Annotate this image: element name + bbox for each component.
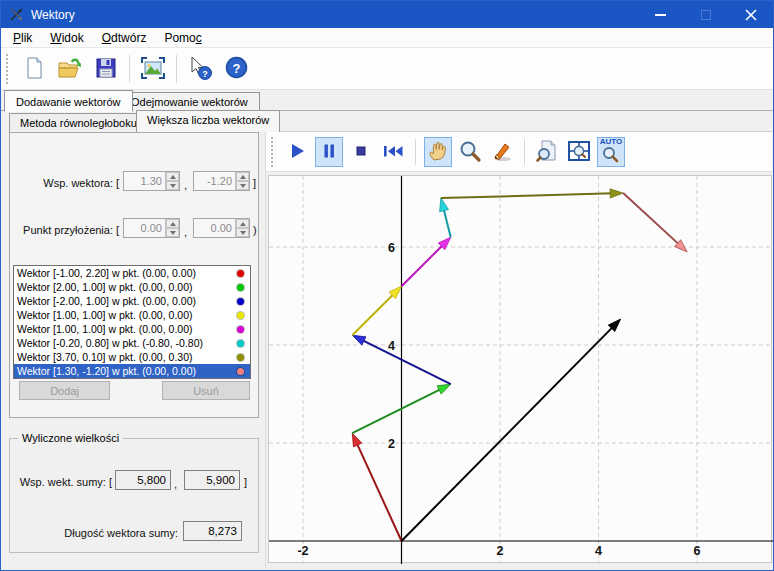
play-button[interactable]: [283, 137, 311, 167]
help-button[interactable]: ?: [220, 53, 252, 85]
chart-toolbar-grip[interactable]: [271, 137, 275, 167]
pencil-icon: [490, 139, 514, 165]
vector-y-stepper[interactable]: -1.20: [193, 171, 250, 191]
svg-text:4: 4: [388, 339, 395, 353]
vector-list-item[interactable]: Wektor [1.00, 1.00] w pkt. (0.00, 0.00): [14, 322, 250, 336]
vector-color-dot: [237, 326, 244, 333]
save-file-button[interactable]: [90, 53, 122, 85]
vector-list-item-label: Wektor [2.00, 1.00] w pkt. (0.00, 0.00): [17, 281, 192, 293]
svg-text:6: 6: [388, 241, 395, 255]
svg-text:4: 4: [595, 544, 602, 558]
zoom-button[interactable]: [456, 137, 484, 167]
draw-button[interactable]: [488, 137, 516, 167]
add-vector-button[interactable]: Dodaj: [19, 381, 110, 400]
zoom-grid-button[interactable]: [565, 137, 593, 167]
point-y-value: 0.00: [194, 219, 235, 237]
toolbar-grip[interactable]: [6, 54, 10, 84]
vector-list-item[interactable]: Wektor [-0.20, 0.80] w pkt. (-0.80, -0.8…: [14, 336, 250, 350]
chart-toolbar: AUTO: [266, 131, 772, 172]
vector-y-up-button[interactable]: [236, 172, 249, 181]
magnifier-icon: [458, 139, 482, 165]
coords-comma: ,: [184, 179, 187, 191]
point-y-up-button[interactable]: [236, 219, 249, 228]
point-y-down-button[interactable]: [236, 228, 249, 237]
menu-item-pomoc[interactable]: Pomoc: [155, 29, 210, 47]
pause-button[interactable]: [315, 137, 343, 167]
zoom-page-button[interactable]: [533, 137, 561, 167]
vector-list-item[interactable]: Wektor [-2.00, 1.00] w pkt. (0.00, 0.00): [14, 294, 250, 308]
main-tab-strip: Dodawanie wektorów Odejmowanie wektorów: [1, 90, 773, 111]
svg-text:?: ?: [232, 61, 240, 76]
export-image-button[interactable]: [137, 53, 169, 85]
stop-icon: [350, 140, 372, 164]
close-button[interactable]: [728, 1, 773, 28]
vector-list-item[interactable]: Wektor [1.00, 1.00] w pkt. (0.00, 0.00): [14, 308, 250, 322]
vector-list-item-label: Wektor [1.00, 1.00] w pkt. (0.00, 0.00): [17, 323, 192, 335]
plot-canvas[interactable]: -2246246: [268, 175, 772, 563]
close-icon: [745, 9, 757, 21]
sum-length-label: Długość wektora sumy:: [10, 527, 178, 539]
maximize-button[interactable]: [683, 1, 728, 28]
minimize-button[interactable]: [638, 1, 683, 28]
remove-vector-button[interactable]: Usuń: [162, 381, 250, 400]
menu-item-odtworz[interactable]: Odtwórz: [93, 29, 156, 47]
open-folder-icon: [57, 56, 83, 82]
vector-input-panel: Wsp. wektora: [ 1.30 , -1.20 ] Punkt prz…: [9, 132, 259, 418]
grid-magnifier-icon: [566, 139, 592, 165]
vector-x-down-button[interactable]: [166, 181, 179, 190]
vector-color-dot: [237, 270, 244, 277]
open-file-button[interactable]: [54, 53, 86, 85]
vector-list-item[interactable]: Wektor [-1.00, 2.20] w pkt. (0.00, 0.00): [14, 266, 250, 280]
tab-dodawanie-wektorow[interactable]: Dodawanie wektorów: [4, 90, 133, 112]
pause-icon: [318, 140, 340, 164]
tab-wieksza-liczba-wektorow[interactable]: Większa liczba wektorów: [136, 110, 280, 132]
point-open-bracket: [: [116, 224, 119, 236]
coords-close-bracket: ]: [253, 177, 256, 189]
pan-button[interactable]: [424, 137, 452, 167]
point-close-bracket: ): [253, 224, 257, 236]
vector-y-down-button[interactable]: [236, 181, 249, 190]
auto-magnifier-icon: [601, 146, 621, 165]
point-x-stepper[interactable]: 0.00: [123, 218, 180, 238]
chart-toolbar-separator: [524, 139, 525, 165]
zoom-auto-button[interactable]: AUTO: [597, 137, 625, 167]
minimize-icon: [655, 14, 666, 16]
app-icon: [9, 7, 25, 23]
vector-color-dot: [237, 368, 244, 375]
title-bar: Wektory: [1, 1, 773, 28]
vector-list-item[interactable]: Wektor [1.30, -1.20] w pkt. (0.00, 0.00): [14, 364, 250, 378]
point-y-stepper[interactable]: 0.00: [193, 218, 250, 238]
new-file-button[interactable]: [18, 53, 50, 85]
app-window: Wektory Plik Widok Odtwórz Pomoc ?? Doda…: [0, 0, 774, 571]
auto-zoom-label: AUTO: [600, 138, 623, 146]
vector-list-item[interactable]: Wektor [3.70, 0.10] w pkt. (0.00, 0.30): [14, 350, 250, 364]
vector-x-up-button[interactable]: [166, 172, 179, 181]
rewind-button[interactable]: [379, 137, 407, 167]
rewind-icon: [380, 140, 406, 164]
menu-item-widok[interactable]: Widok: [41, 29, 92, 47]
sum-x-field: 5,800: [115, 470, 171, 490]
toolbar-separator: [129, 55, 130, 83]
tab-metoda-rownolegloboku[interactable]: Metoda równoległoboku: [9, 113, 148, 132]
context-help-button[interactable]: ?: [184, 53, 216, 85]
vector-list[interactable]: Wektor [-1.00, 2.20] w pkt. (0.00, 0.00)…: [13, 265, 251, 379]
vector-list-item-label: Wektor [-2.00, 1.00] w pkt. (0.00, 0.00): [17, 295, 196, 307]
help-cursor-icon: ?: [187, 55, 213, 83]
stop-button[interactable]: [347, 137, 375, 167]
menu-item-plik[interactable]: Plik: [4, 29, 41, 47]
vector-list-item-label: Wektor [1.00, 1.00] w pkt. (0.00, 0.00): [17, 309, 192, 321]
point-x-up-button[interactable]: [166, 219, 179, 228]
vector-list-item[interactable]: Wektor [2.00, 1.00] w pkt. (0.00, 0.00): [14, 280, 250, 294]
coords-open-bracket: [: [116, 177, 119, 189]
image-icon: [140, 56, 166, 82]
vector-color-dot: [237, 354, 244, 361]
point-x-down-button[interactable]: [166, 228, 179, 237]
sum-y-field: 5,900: [184, 470, 240, 490]
hand-icon: [427, 140, 449, 164]
maximize-icon: [701, 10, 711, 20]
vector-color-dot: [237, 284, 244, 291]
tab-odejmowanie-wektorow[interactable]: Odejmowanie wektorów: [119, 92, 260, 111]
chart-toolbar-separator: [415, 139, 416, 165]
main-toolbar: ??: [1, 47, 773, 90]
vector-x-stepper[interactable]: 1.30: [123, 171, 180, 191]
